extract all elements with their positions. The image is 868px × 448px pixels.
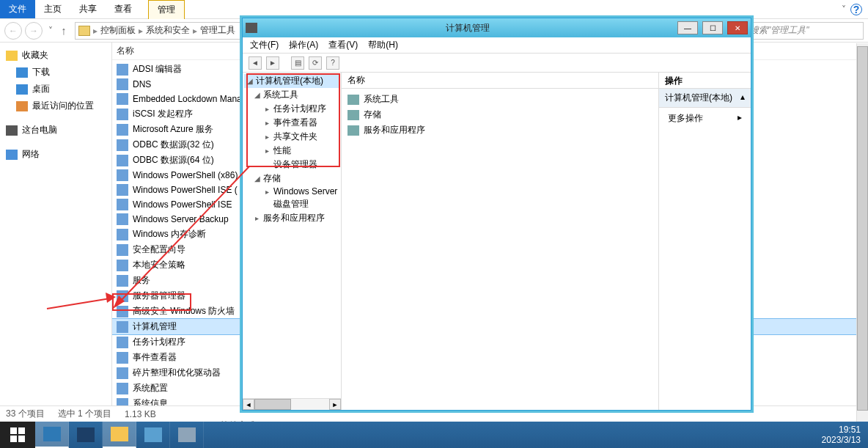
sidebar-item-network[interactable]: 网络 — [3, 146, 108, 163]
file-name: 安全配置向导 — [133, 243, 185, 256]
menu-view[interactable]: 查看(V) — [328, 39, 358, 51]
file-name: Microsoft Azure 服务 — [133, 123, 213, 136]
mmc-actions-pane: 操作 计算机管理(本地)▴ 更多操作▸ — [659, 73, 751, 410]
system-tray[interactable]: 19:51 2023/3/13 — [814, 423, 868, 447]
file-name: 高级安全 Windows 防火墙 — [133, 305, 235, 317]
sidebar-item-recent[interactable]: 最近访问的位置 — [3, 98, 108, 114]
tb-forward-button[interactable]: ► — [266, 56, 279, 70]
mmc-tree-pane: ◢计算机管理(本地) ◢系统工具 ▸任务计划程序 ▸事件查看器 ▸共享文件夹 ▸… — [243, 73, 342, 410]
tab-file[interactable]: 文件 — [0, 0, 35, 18]
file-name: Windows PowerShell (x86) — [133, 170, 238, 180]
shortcut-icon — [117, 78, 128, 90]
file-name: DNS — [133, 79, 151, 89]
nav-back-button[interactable]: ← — [4, 22, 22, 40]
shortcut-icon — [117, 367, 128, 379]
sidebar-item-favorites[interactable]: 收藏夹 — [3, 47, 108, 64]
tree-performance[interactable]: ▸性能 — [244, 144, 339, 158]
tree-windows-server[interactable]: ▸Windows Server — [244, 186, 339, 197]
file-name: 本地安全策略 — [133, 259, 185, 271]
file-name: Windows 内存诊断 — [133, 228, 206, 240]
actions-more[interactable]: 更多操作▸ — [659, 108, 751, 129]
computer-management-window: 计算机管理 — ☐ ✕ 文件(F) 操作(A) 查看(V) 帮助(H) ◄ ► … — [242, 18, 751, 411]
tree-services-apps[interactable]: ▸服务和应用程序 — [244, 211, 339, 225]
search-input[interactable]: 搜索"管理工具" — [746, 22, 864, 40]
sidebar-label: 这台电脑 — [22, 124, 57, 136]
file-name: ODBC 数据源(32 位) — [133, 139, 214, 151]
sidebar-nav: 收藏夹 下载 桌面 最近访问的位置 这台电脑 网络 — [0, 43, 112, 405]
tab-share[interactable]: 共享 — [70, 0, 106, 18]
status-item-count: 33 个项目 — [6, 408, 45, 420]
file-name: 服务 — [133, 274, 150, 287]
minimize-button[interactable]: — — [677, 21, 698, 34]
tab-view[interactable]: 查看 — [106, 0, 141, 18]
sidebar-label: 桌面 — [32, 83, 50, 95]
file-name: Windows PowerShell ISE ( — [133, 185, 238, 195]
taskbar-app-1[interactable] — [136, 422, 170, 448]
sidebar-label: 下载 — [32, 66, 50, 78]
tree-h-scrollbar[interactable]: ◄► — [243, 398, 341, 410]
file-name: iSCSI 发起程序 — [133, 108, 193, 120]
breadcrumb-cp[interactable]: 控制面板 — [100, 24, 136, 37]
tree-root[interactable]: ◢计算机管理(本地) — [244, 74, 339, 88]
tb-help-button[interactable]: ? — [326, 56, 339, 70]
tb-back-button[interactable]: ◄ — [249, 56, 262, 70]
breadcrumb-sys[interactable]: 系统和安全 — [146, 24, 190, 37]
mmc-app-icon — [246, 23, 257, 33]
taskbar: 19:51 2023/3/13 — [0, 422, 868, 448]
start-button[interactable] — [0, 422, 35, 448]
folder-icon — [347, 125, 359, 136]
shortcut-icon — [117, 275, 128, 287]
tab-manage[interactable]: 管理 — [148, 0, 185, 19]
breadcrumb-admin[interactable]: 管理工具 — [200, 24, 235, 37]
ribbon-expand-icon[interactable]: ˅ — [842, 4, 846, 15]
status-size: 1.13 KB — [125, 409, 156, 419]
sidebar-item-desktop[interactable]: 桌面 — [3, 81, 108, 98]
sidebar-item-this-pc[interactable]: 这台电脑 — [3, 122, 108, 139]
shortcut-icon — [117, 383, 128, 394]
mmc-list-header[interactable]: 名称 — [342, 73, 658, 89]
taskbar-powershell[interactable] — [69, 422, 103, 448]
file-name: 任务计划程序 — [133, 336, 185, 348]
windows-logo-icon — [10, 427, 25, 442]
taskbar-file-explorer[interactable] — [103, 422, 136, 448]
taskbar-server-manager[interactable] — [35, 422, 69, 448]
tree-disk-management[interactable]: 磁盘管理 — [244, 197, 339, 211]
status-selection: 选中 1 个项目 — [58, 408, 111, 420]
mmc-titlebar[interactable]: 计算机管理 — ☐ ✕ — [243, 18, 751, 37]
tree-device-manager[interactable]: 设备管理器 — [244, 158, 339, 172]
nav-forward-button[interactable]: → — [25, 22, 43, 40]
pc-icon — [6, 125, 18, 136]
sidebar-label: 收藏夹 — [22, 49, 48, 62]
nav-history-icon[interactable]: ˅ — [48, 26, 53, 36]
file-name: Embedded Lockdown Mana — [133, 94, 242, 104]
tree-storage[interactable]: ◢存储 — [244, 172, 339, 186]
menu-action[interactable]: 操作(A) — [289, 39, 318, 51]
shortcut-icon — [117, 199, 128, 210]
chevron-right-icon: ▸ — [738, 112, 742, 125]
list-item-services[interactable]: 服务和应用程序 — [345, 122, 655, 138]
shortcut-icon — [117, 155, 128, 166]
sidebar-item-downloads[interactable]: 下载 — [3, 64, 108, 81]
tree-event-viewer[interactable]: ▸事件查看器 — [244, 116, 339, 130]
control-panel-icon — [78, 26, 90, 36]
nav-up-button[interactable]: ↑ — [56, 24, 72, 37]
menu-help[interactable]: 帮助(H) — [368, 39, 398, 51]
list-item-system-tools[interactable]: 系统工具 — [345, 92, 655, 107]
sidebar-label: 网络 — [22, 148, 40, 161]
tree-task-scheduler[interactable]: ▸任务计划程序 — [244, 102, 339, 116]
menu-file[interactable]: 文件(F) — [250, 39, 279, 51]
shortcut-icon — [117, 260, 128, 271]
list-item-storage[interactable]: 存储 — [345, 107, 655, 122]
tree-shared-folders[interactable]: ▸共享文件夹 — [244, 130, 339, 144]
tb-properties-button[interactable]: ▤ — [291, 56, 304, 70]
tb-refresh-button[interactable]: ⟳ — [309, 56, 322, 70]
tab-home[interactable]: 主页 — [35, 0, 70, 18]
help-icon[interactable]: ? — [850, 4, 862, 15]
close-button[interactable]: ✕ — [727, 21, 748, 34]
maximize-button[interactable]: ☐ — [702, 21, 723, 34]
vertical-scrollbar[interactable] — [856, 43, 868, 405]
tree-system-tools[interactable]: ◢系统工具 — [244, 88, 339, 102]
actions-section[interactable]: 计算机管理(本地)▴ — [659, 89, 751, 108]
file-name: ODBC 数据源(64 位) — [133, 154, 214, 166]
taskbar-computer-management[interactable] — [170, 422, 204, 448]
